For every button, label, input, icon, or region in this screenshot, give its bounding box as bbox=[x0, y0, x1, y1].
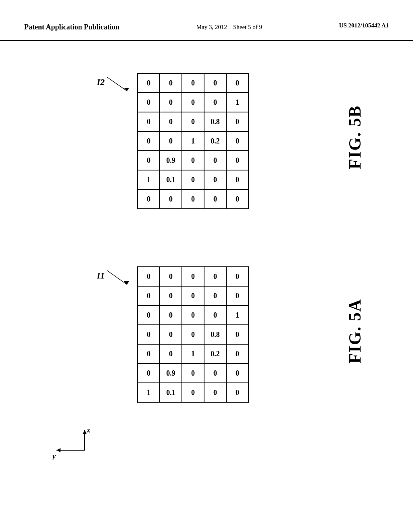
grid-cell: 0 bbox=[182, 151, 204, 170]
grid-cell: 0 bbox=[226, 325, 248, 344]
grid-cell: 0 bbox=[160, 131, 182, 151]
grid-cell: 0 bbox=[226, 151, 248, 170]
grid-cell: 0 bbox=[138, 305, 160, 325]
grid-cell: 0 bbox=[138, 112, 160, 131]
fig5a-label: FIG. 5A bbox=[345, 299, 365, 364]
fig5b-grid: 00000000010000.800010.2000.900010.100000… bbox=[137, 73, 249, 209]
grid-cell: 0.8 bbox=[204, 325, 226, 344]
grid-cell: 0 bbox=[226, 267, 248, 286]
grid-cell: 0 bbox=[182, 325, 204, 344]
grid-cell: 0 bbox=[138, 189, 160, 209]
grid-cell: 1 bbox=[182, 131, 204, 151]
grid-cell: 0 bbox=[226, 286, 248, 305]
grid-cell: 0 bbox=[226, 364, 248, 383]
grid-cell: 0 bbox=[160, 93, 182, 112]
i1-label-area: I1 bbox=[97, 270, 105, 281]
grid-cell: 0 bbox=[226, 189, 248, 209]
grid-cell: 1 bbox=[182, 344, 204, 364]
grid-cell: 0 bbox=[226, 73, 248, 93]
grid-cell: 0.9 bbox=[160, 151, 182, 170]
fig5b-label: FIG. 5B bbox=[345, 105, 365, 169]
grid-cell: 0 bbox=[138, 93, 160, 112]
grid-cell: 1 bbox=[226, 93, 248, 112]
publication-title: Patent Application Publication bbox=[24, 22, 119, 32]
grid-cell: 0 bbox=[160, 305, 182, 325]
publication-date: May 3, 2012 bbox=[196, 24, 227, 30]
svg-line-0 bbox=[107, 77, 127, 91]
grid-cell: 0.2 bbox=[204, 131, 226, 151]
grid-cell: 0 bbox=[182, 112, 204, 131]
publication-date-sheet: May 3, 2012 Sheet 5 of 9 bbox=[196, 22, 262, 32]
svg-line-2 bbox=[107, 270, 127, 285]
figure-5b-section: I2 00000000010000.800010.2000.900010.100… bbox=[24, 73, 389, 242]
i2-arrow bbox=[105, 75, 137, 95]
grid-cell: 1 bbox=[138, 170, 160, 189]
svg-marker-7 bbox=[83, 430, 87, 434]
grid-cell: 0 bbox=[204, 93, 226, 112]
grid-cell: 0 bbox=[160, 267, 182, 286]
grid-cell: 0 bbox=[182, 189, 204, 209]
grid-cell: 0 bbox=[204, 364, 226, 383]
grid-cell: 0 bbox=[160, 112, 182, 131]
publication-number: US 2012/105442 A1 bbox=[339, 22, 389, 29]
grid-cell: 0 bbox=[138, 151, 160, 170]
grid-cell: 1 bbox=[138, 383, 160, 402]
grid-cell: 0 bbox=[182, 93, 204, 112]
grid-cell: 0.1 bbox=[160, 170, 182, 189]
grid-cell: 0 bbox=[160, 325, 182, 344]
grid-cell: 0.8 bbox=[204, 112, 226, 131]
grid-cell: 0 bbox=[138, 131, 160, 151]
grid-cell: 0 bbox=[160, 73, 182, 93]
grid-cell: 0 bbox=[138, 267, 160, 286]
grid-cell: 0 bbox=[226, 383, 248, 402]
grid-cell: 0 bbox=[204, 189, 226, 209]
page-header: Patent Application Publication May 3, 20… bbox=[0, 0, 413, 41]
grid-cell: 0 bbox=[204, 286, 226, 305]
grid-cell: 0 bbox=[182, 305, 204, 325]
i2-label-area: I2 bbox=[97, 77, 105, 87]
grid-cell: 0 bbox=[160, 189, 182, 209]
grid-cell: 0 bbox=[204, 73, 226, 93]
grid-cell: 0.9 bbox=[160, 364, 182, 383]
grid-cell: 0 bbox=[182, 286, 204, 305]
grid-cell: 0 bbox=[182, 383, 204, 402]
grid-cell: 0 bbox=[226, 344, 248, 364]
grid-cell: 0 bbox=[138, 73, 160, 93]
grid-cell: 0.1 bbox=[160, 383, 182, 402]
i1-arrow bbox=[105, 268, 137, 289]
y-axis-label: y bbox=[52, 452, 56, 461]
grid-cell: 0 bbox=[138, 364, 160, 383]
grid-cell: 0 bbox=[226, 170, 248, 189]
grid-cell: 0 bbox=[138, 286, 160, 305]
grid-cell: 0.2 bbox=[204, 344, 226, 364]
grid-cell: 0 bbox=[204, 267, 226, 286]
content-area: I2 00000000010000.800010.2000.900010.100… bbox=[0, 41, 413, 480]
svg-marker-5 bbox=[56, 448, 60, 452]
grid-cell: 0 bbox=[204, 151, 226, 170]
grid-cell: 0 bbox=[138, 325, 160, 344]
grid-cell: 0 bbox=[204, 170, 226, 189]
i1-label: I1 bbox=[97, 270, 105, 281]
grid-cell: 0 bbox=[182, 73, 204, 93]
grid-cell: 0 bbox=[226, 131, 248, 151]
grid-cell: 0 bbox=[226, 112, 248, 131]
grid-cell: 0 bbox=[160, 344, 182, 364]
i2-label: I2 bbox=[97, 77, 105, 87]
axes-section: x y bbox=[52, 426, 105, 472]
figure-5a-section: I1 0000000000000010000.800010.2000.90001… bbox=[24, 266, 389, 444]
fig5a-grid: 0000000000000010000.800010.2000.900010.1… bbox=[137, 266, 249, 403]
grid-cell: 0 bbox=[204, 383, 226, 402]
grid-cell: 0 bbox=[182, 267, 204, 286]
grid-cell: 0 bbox=[204, 305, 226, 325]
grid-cell: 0 bbox=[182, 364, 204, 383]
x-axis-label: x bbox=[87, 426, 90, 434]
grid-cell: 0 bbox=[182, 170, 204, 189]
sheet-info: Sheet 5 of 9 bbox=[233, 24, 262, 30]
grid-cell: 0 bbox=[160, 286, 182, 305]
grid-cell: 1 bbox=[226, 305, 248, 325]
grid-cell: 0 bbox=[138, 344, 160, 364]
axes-svg bbox=[52, 426, 105, 470]
